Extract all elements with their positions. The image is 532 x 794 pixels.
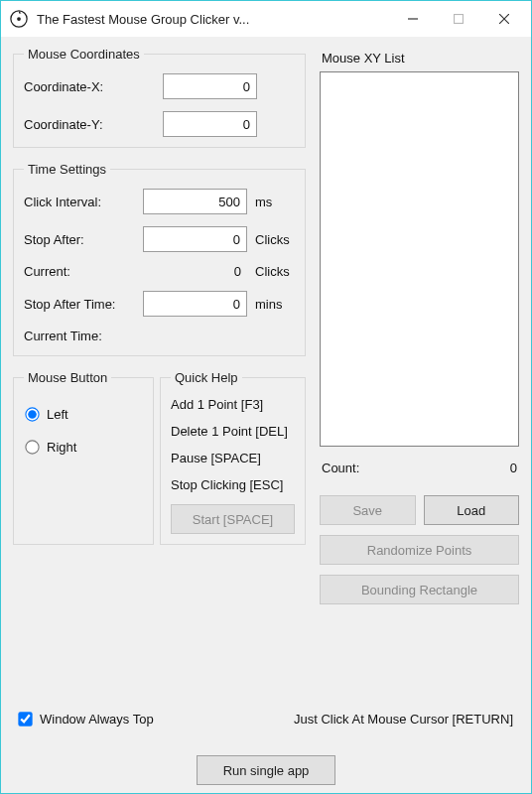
client-area: Mouse Coordinates Coordinate-X: Coordina… xyxy=(1,37,531,793)
close-button[interactable] xyxy=(481,1,527,37)
mouse-button-group: Mouse Button Left Right xyxy=(13,370,154,545)
xy-list[interactable] xyxy=(320,71,519,447)
always-top-input[interactable] xyxy=(18,712,32,726)
always-top-checkbox[interactable]: Window Always Top xyxy=(19,712,154,727)
radio-left-input[interactable] xyxy=(25,407,39,421)
titlebar: The Fastest Mouse Group Clicker v... xyxy=(1,1,531,37)
stop-after-unit: Clicks xyxy=(255,232,295,247)
current-time-label: Current Time: xyxy=(24,329,102,343)
coords-legend: Mouse Coordinates xyxy=(24,47,144,62)
help-add-point: Add 1 Point [F3] xyxy=(171,397,295,412)
help-delete-point: Delete 1 Point [DEL] xyxy=(171,424,295,439)
mouse-button-legend: Mouse Button xyxy=(24,370,111,385)
window-controls xyxy=(390,1,527,37)
quick-help-group: Quick Help Add 1 Point [F3] Delete 1 Poi… xyxy=(160,370,306,545)
minimize-button[interactable] xyxy=(390,1,436,37)
count-label: Count: xyxy=(322,461,359,475)
stop-time-input[interactable] xyxy=(143,291,247,317)
time-legend: Time Settings xyxy=(24,162,110,177)
stop-after-label: Stop After: xyxy=(24,232,143,247)
stop-after-input[interactable] xyxy=(143,226,247,252)
current-label: Current: xyxy=(24,264,143,279)
help-stop: Stop Clicking [ESC] xyxy=(171,477,295,492)
interval-input[interactable] xyxy=(143,189,247,214)
xy-list-legend: Mouse XY List xyxy=(322,51,519,66)
start-button[interactable]: Start [SPACE] xyxy=(171,504,295,534)
radio-right-input[interactable] xyxy=(25,440,39,454)
quick-help-legend: Quick Help xyxy=(171,370,242,385)
time-settings-group: Time Settings Click Interval: ms Stop Af… xyxy=(13,162,306,356)
current-unit: Clicks xyxy=(255,264,295,279)
stop-time-label: Stop After Time: xyxy=(24,297,143,312)
randomize-button[interactable]: Randomize Points xyxy=(320,535,519,565)
interval-label: Click Interval: xyxy=(24,195,143,209)
app-window: The Fastest Mouse Group Clicker v... Mou xyxy=(0,0,532,794)
save-button[interactable]: Save xyxy=(320,495,416,525)
app-icon xyxy=(9,9,29,29)
cursor-hint: Just Click At Mouse Cursor [RETURN] xyxy=(294,712,513,727)
radio-right[interactable]: Right xyxy=(26,440,143,455)
interval-unit: ms xyxy=(255,195,295,209)
radio-left[interactable]: Left xyxy=(26,407,143,422)
load-button[interactable]: Load xyxy=(424,495,520,525)
maximize-button[interactable] xyxy=(436,1,481,37)
coord-y-input[interactable] xyxy=(163,111,257,137)
coord-x-input[interactable] xyxy=(163,73,257,99)
stop-time-unit: mins xyxy=(255,297,295,312)
run-single-app-button[interactable]: Run single app xyxy=(197,755,335,785)
current-value: 0 xyxy=(143,264,247,279)
coord-x-label: Coordinate-X: xyxy=(24,79,163,94)
svg-point-1 xyxy=(17,17,21,21)
window-title: The Fastest Mouse Group Clicker v... xyxy=(37,12,390,27)
svg-rect-3 xyxy=(455,15,464,24)
coord-y-label: Coordinate-Y: xyxy=(24,117,163,132)
count-value: 0 xyxy=(510,461,517,475)
bounding-rect-button[interactable]: Bounding Rectangle xyxy=(320,575,519,604)
mouse-coordinates-group: Mouse Coordinates Coordinate-X: Coordina… xyxy=(13,47,306,148)
help-pause: Pause [SPACE] xyxy=(171,451,295,465)
